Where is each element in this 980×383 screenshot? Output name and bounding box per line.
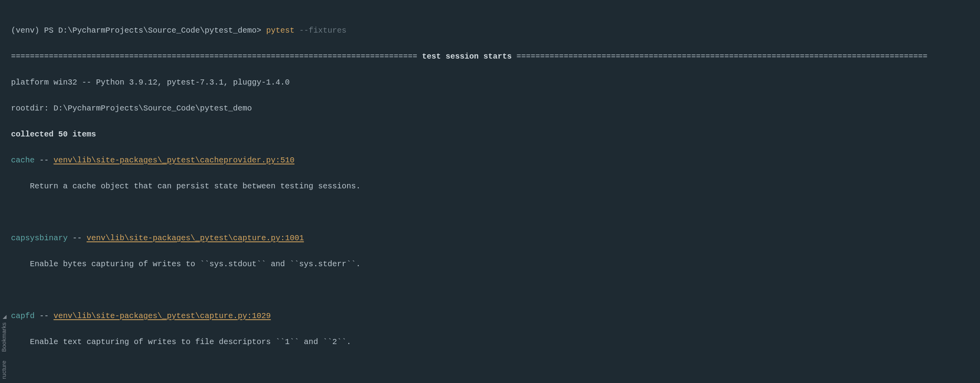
structure-label: ructure — [0, 361, 9, 379]
blank-line — [11, 206, 980, 219]
prompt-command: pytest — [266, 26, 294, 35]
prompt-path: (venv) PS D:\PycharmProjects\Source_Code… — [11, 26, 261, 35]
fixture-row: capsysbinary -- venv\lib\site-packages\_… — [11, 232, 980, 245]
prompt-line: (venv) PS D:\PycharmProjects\Source_Code… — [11, 24, 980, 37]
fixture-name: cache — [11, 156, 35, 165]
blank-line — [11, 284, 980, 296]
bookmarks-label: Bookmarks — [0, 322, 9, 352]
session-header-title: test session starts — [422, 52, 512, 61]
blank-line — [11, 361, 980, 374]
fixture-desc: Enable text capturing of writes to file … — [11, 335, 980, 348]
fixture-name: capsysbinary — [11, 234, 68, 243]
fixture-desc: Return a cache object that can persist s… — [11, 180, 980, 193]
fixture-row: capfd -- venv\lib\site-packages\_pytest\… — [11, 309, 980, 322]
fixture-path-link[interactable]: venv\lib\site-packages\_pytest\cacheprov… — [54, 156, 294, 165]
fixture-row: cache -- venv\lib\site-packages\_pytest\… — [11, 154, 980, 167]
fixture-desc: Enable bytes capturing of writes to ``sy… — [11, 258, 980, 271]
collected-line: collected 50 items — [11, 128, 980, 141]
divider-right: ========================================… — [512, 52, 927, 61]
platform-line: platform win32 -- Python 3.9.12, pytest-… — [11, 76, 980, 89]
ide-left-sidebar: Bookmarks ◣ ructure — [0, 0, 8, 383]
prompt-flag: --fixtures — [299, 26, 346, 35]
terminal-output[interactable]: (venv) PS D:\PycharmProjects\Source_Code… — [0, 0, 980, 383]
sidebar-structure-tab[interactable]: ructure — [0, 361, 9, 379]
rootdir-line: rootdir: D:\PycharmProjects\Source_Code\… — [11, 102, 980, 115]
bookmark-icon: ◣ — [1, 313, 7, 321]
fixture-name: capfd — [11, 311, 35, 320]
sidebar-bookmarks-tab[interactable]: Bookmarks ◣ — [0, 314, 9, 352]
divider-left: ========================================… — [11, 52, 422, 61]
fixture-path-link[interactable]: venv\lib\site-packages\_pytest\capture.p… — [54, 311, 271, 320]
fixture-path-link[interactable]: venv\lib\site-packages\_pytest\capture.p… — [87, 234, 304, 243]
session-header-line: ========================================… — [11, 50, 980, 63]
